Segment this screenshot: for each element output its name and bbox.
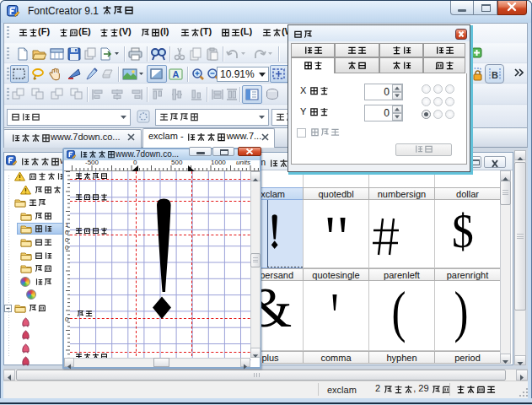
svg-text:B: B (492, 70, 498, 80)
svg-text:A: A (173, 69, 180, 79)
